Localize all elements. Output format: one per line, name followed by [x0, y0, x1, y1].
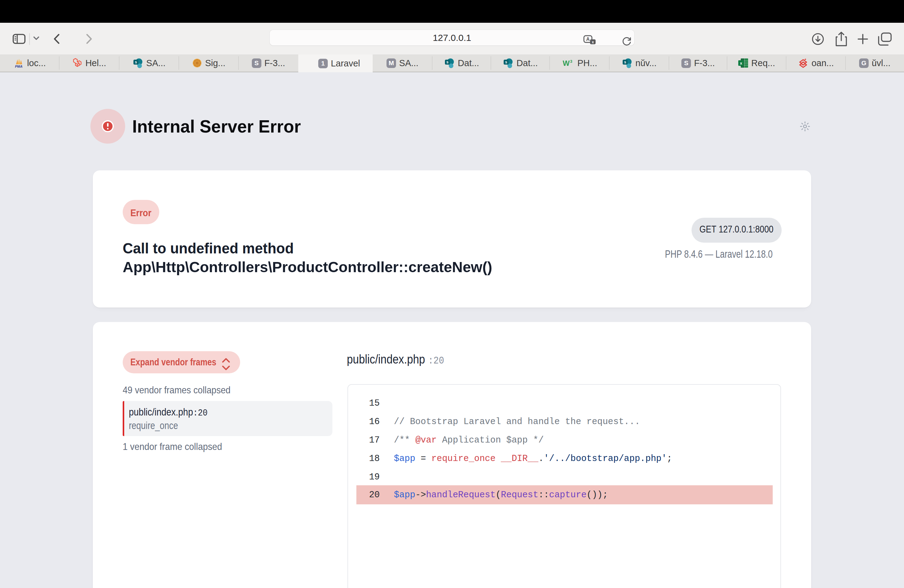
svg-text:s: s — [624, 60, 626, 64]
svg-text:PMA: PMA — [15, 65, 23, 68]
svg-text:s: s — [505, 60, 507, 64]
svg-text:s: s — [135, 60, 137, 64]
svg-text:x: x — [592, 40, 594, 44]
svg-text:W: W — [563, 59, 570, 67]
svg-text:3: 3 — [570, 59, 572, 64]
svg-text:A: A — [586, 36, 590, 42]
svg-text:s: s — [446, 60, 449, 64]
svg-text:x: x — [740, 61, 743, 65]
